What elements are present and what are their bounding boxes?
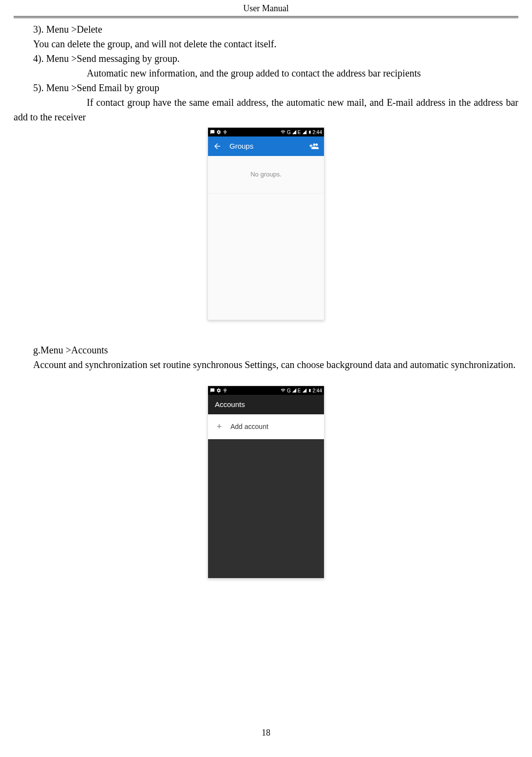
usb-icon xyxy=(223,130,228,135)
signal-icon-1b xyxy=(292,388,297,393)
status-bar: G E 2:44 xyxy=(208,128,324,136)
empty-groups-text: No groups. xyxy=(208,156,324,194)
signal-e-label-2: E xyxy=(298,387,301,394)
wifi-icon xyxy=(280,388,286,393)
phone-accounts: G E 2:44 Accounts xyxy=(208,386,324,579)
para-3: 3). Menu >Delete xyxy=(14,22,518,37)
signal-icon-2b xyxy=(302,388,307,393)
gear-icon xyxy=(216,130,221,135)
app-bar-groups: Groups xyxy=(208,136,324,156)
status-right-2: G E 2:44 xyxy=(280,387,322,394)
add-account-label: Add account xyxy=(230,422,268,432)
signal-e-label: E xyxy=(298,129,301,136)
signal-g-label: G xyxy=(287,129,291,136)
app-bar-accounts: Accounts xyxy=(208,395,324,414)
para-4: 4). Menu >Send messaging by group. xyxy=(14,51,518,66)
signal-icon-2 xyxy=(302,130,307,135)
status-left-2 xyxy=(210,388,228,393)
para-5-desc: If contact group have the same email add… xyxy=(14,95,518,124)
battery-icon xyxy=(308,388,312,393)
para-4-desc: Automatic new information, and the group… xyxy=(14,66,518,80)
add-group-icon[interactable] xyxy=(309,141,319,151)
signal-icon-1 xyxy=(292,130,297,135)
status-bar-2: G E 2:44 xyxy=(208,386,324,395)
header-rule xyxy=(14,16,518,18)
app-bar-title-2: Accounts xyxy=(215,399,245,410)
page-header-title: User Manual xyxy=(0,0,532,16)
battery-icon xyxy=(308,129,312,135)
wifi-icon xyxy=(280,130,286,135)
status-time-2: 2:44 xyxy=(313,387,322,394)
page-content: 3). Menu >Delete You can delete the grou… xyxy=(0,22,532,579)
phone-groups: G E 2:44 Groups xyxy=(208,127,324,320)
app-bar-title: Groups xyxy=(229,141,302,152)
add-account-row[interactable]: + Add account xyxy=(208,414,324,440)
screenshot-groups-wrap: G E 2:44 Groups xyxy=(14,127,518,320)
page-number: 18 xyxy=(0,726,532,739)
status-left xyxy=(210,130,228,135)
gear-icon xyxy=(216,388,221,393)
status-time: 2:44 xyxy=(313,129,322,136)
para-3-desc: You can delete the group, and will not d… xyxy=(14,37,518,51)
plus-icon: + xyxy=(216,420,223,433)
para-g-desc: Account and synchronization set routine … xyxy=(14,357,518,372)
phone-body-groups: No groups. xyxy=(208,156,324,320)
phone-body-accounts: + Add account xyxy=(208,414,324,578)
para-g: g.Menu >Accounts xyxy=(14,343,518,357)
para-5: 5). Menu >Send Email by group xyxy=(14,80,518,95)
signal-g-label-2: G xyxy=(287,387,291,394)
message-icon xyxy=(210,130,215,135)
status-right: G E 2:44 xyxy=(280,129,322,136)
screenshot-accounts-wrap: G E 2:44 Accounts xyxy=(14,386,518,579)
usb-icon xyxy=(223,388,228,393)
message-icon xyxy=(210,388,215,393)
back-arrow-icon[interactable] xyxy=(213,142,222,151)
